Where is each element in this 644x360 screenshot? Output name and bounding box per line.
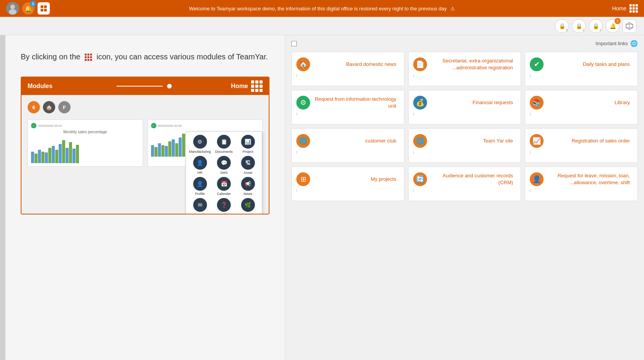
hr-icon: 👤: [193, 156, 207, 170]
card-it-request[interactable]: ⚙ Request from information technology un…: [291, 90, 404, 124]
module-item-profile[interactable]: 👤 Profile: [189, 177, 211, 196]
card-title-5: Library: [544, 99, 633, 106]
check-card-icon: ✔: [530, 57, 544, 71]
top-navbar: 🔔 6 Welcome to Teamyar workspace demo, t…: [0, 0, 644, 17]
module-item-hr[interactable]: 👤 HR: [189, 156, 211, 175]
card-crm[interactable]: 🔄 Audience and customer records (CRM) i: [408, 167, 521, 201]
card-secretariat[interactable]: 📄 Secretariat, extra-organizational ...a…: [408, 52, 521, 86]
card-header-8: 📈 Registration of sales order: [530, 134, 633, 148]
card-title-7: Team Yar site: [427, 137, 516, 144]
card-title-1: Secretariat, extra-organizational ...adm…: [427, 57, 516, 71]
mockup-title-right: Home: [231, 83, 248, 90]
module-popup: ⚙ Manufacturing 📋 Documents 📊: [186, 131, 262, 214]
card-customer-club[interactable]: 🌐 customer club i: [291, 128, 404, 163]
card-header-7: 🌐 Team Yar site: [413, 134, 516, 148]
news-label: News: [244, 192, 253, 196]
card-header-11: 👤 Request for leave, mission, loan, ...a…: [530, 172, 633, 186]
module-item-asset[interactable]: 🏗 Asset: [237, 156, 259, 175]
module-item-branch[interactable]: 🌿 Branch: [237, 198, 259, 214]
documents-icon: 📋: [217, 135, 231, 149]
svg-point-1: [10, 5, 15, 9]
card-title-6: customer club: [310, 137, 399, 144]
module-item-wiki[interactable]: ❓ Wiki: [213, 198, 235, 214]
welcome-message: Welcome to Teamyar workspace demo, the i…: [189, 6, 455, 11]
card-info-11: i: [530, 188, 531, 193]
chart-card-icon: 📈: [530, 134, 544, 148]
warning-icon: ⚠: [450, 6, 455, 11]
card-library[interactable]: 📚 Library i: [525, 90, 638, 124]
card-header-5: 📚 Library: [530, 96, 633, 110]
card-header-1: 📄 Secretariat, extra-organizational ...a…: [413, 57, 516, 71]
grid-menu-icon[interactable]: [629, 4, 638, 13]
notification-bell-button[interactable]: 🔔 6: [22, 2, 34, 15]
globe-icon[interactable]: 🌐: [630, 40, 638, 47]
notification-count-badge: 6: [30, 1, 36, 7]
profile-icon: 👤: [193, 177, 207, 191]
card-team-yar-site[interactable]: 🌐 Team Yar site i: [408, 128, 521, 163]
left-strip: [0, 35, 5, 360]
card-sales-order[interactable]: 📈 Registration of sales order i: [525, 128, 638, 163]
module-grid: ⚙ Manufacturing 📋 Documents 📊: [189, 135, 259, 214]
module-item-manufacturing[interactable]: ⚙ Manufacturing: [189, 135, 211, 154]
module-item-documents[interactable]: 📋 Documents: [213, 135, 235, 154]
secondary-icon-group: 🔒5 🔒1 🔒1 🔔 2: [555, 19, 636, 33]
mockup-title-left: Modules: [28, 83, 53, 90]
secondary-badge: 2: [614, 18, 621, 24]
card-my-projects[interactable]: ⊞ My projects i: [291, 167, 404, 201]
chart-area-2: ✓ 00/00/0000-00:00: [148, 119, 263, 167]
doc-card-icon: 📄: [413, 57, 427, 71]
intro-paragraph: By clicking on the icon, you can access …: [21, 51, 269, 63]
branch-label: Branch: [242, 213, 253, 214]
news-icon: 📢: [241, 177, 255, 191]
project-icon: 📊: [241, 135, 255, 149]
library-card-icon: 📚: [530, 96, 544, 110]
card-title-8: Registration of sales order: [544, 137, 633, 144]
module-item-calender[interactable]: 📅 Calender: [213, 177, 235, 196]
sms-icon: 💬: [217, 156, 231, 170]
mockup-screenshot: Modules Home 6 🏠 F: [21, 77, 269, 214]
square-nav-button[interactable]: [38, 2, 50, 15]
card-leave-request[interactable]: 👤 Request for leave, mission, loan, ...a…: [525, 167, 638, 201]
lock-icon-btn-3[interactable]: 🔒1: [589, 19, 603, 33]
home-label: Home: [612, 5, 626, 11]
card-financial[interactable]: 💰 Financial requests i: [408, 90, 521, 124]
notification-badge-btn[interactable]: 🔔 2: [606, 19, 619, 33]
right-panel: Important links 🌐 🏠 Bavard domestic news…: [285, 35, 644, 360]
avatar[interactable]: [6, 2, 19, 15]
card-info-6: i: [296, 150, 297, 154]
card-info-9: i: [296, 188, 297, 193]
checkbox-area: [291, 41, 297, 46]
card-daily-tasks[interactable]: ✔ Daily tasks and plans i: [525, 52, 638, 86]
card-title-11: Request for leave, mission, loan, ...all…: [544, 172, 633, 186]
right-top-bar: Important links 🌐: [291, 40, 638, 47]
module-item-project[interactable]: 📊 Project: [237, 135, 259, 154]
module-item-sms[interactable]: 💬 SMS: [213, 156, 235, 175]
card-info-5: i: [530, 112, 531, 116]
card-title-0: Bavard domestic news: [310, 61, 399, 68]
card-bavard-domestic-news[interactable]: 🏠 Bavard domestic news i: [291, 52, 404, 86]
manufacturing-icon: ⚙: [193, 135, 207, 149]
card-title-4: Financial requests: [427, 99, 516, 106]
card-title-2: Daily tasks and plans: [544, 61, 633, 68]
wiki-icon: ❓: [217, 198, 231, 212]
select-checkbox[interactable]: [291, 41, 297, 46]
svg-rect-6: [44, 9, 47, 11]
module-item-email[interactable]: ✉ Email: [189, 198, 211, 214]
calender-icon: 📅: [217, 177, 231, 191]
secondary-bar: 🔒5 🔒1 🔒1 🔔 2: [0, 17, 644, 35]
cube-button[interactable]: [623, 19, 636, 33]
card-info-2: i: [530, 74, 531, 78]
module-item-news[interactable]: 📢 News: [237, 177, 259, 196]
lock-icon-btn-1[interactable]: 🔒5: [555, 19, 569, 33]
crm-card-icon: 🔄: [413, 172, 427, 186]
svg-point-2: [9, 9, 16, 15]
email-icon: ✉: [193, 198, 207, 212]
wiki-label: Wiki: [221, 213, 227, 214]
important-links-label: Important links: [595, 41, 628, 46]
profile-label: Profile: [195, 192, 205, 196]
mock-avatar-2: 🏠: [43, 101, 55, 113]
lock-icon-btn-2[interactable]: 🔒1: [572, 19, 586, 33]
grid-icon-inline-display: [85, 54, 92, 61]
grid-card-icon: ⊞: [296, 172, 310, 186]
svg-rect-5: [41, 9, 43, 11]
